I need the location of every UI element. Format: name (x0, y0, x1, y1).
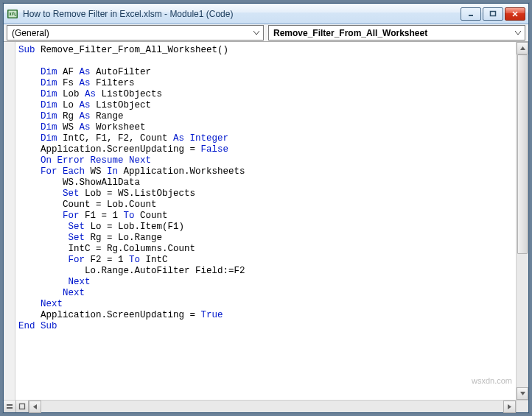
maximize-button[interactable] (483, 7, 503, 21)
scroll-corner (516, 401, 528, 412)
procedure-dropdown[interactable]: Remove_Filter_From_All_Worksheet (268, 25, 525, 40)
svg-rect-4 (7, 404, 13, 406)
scroll-right-button[interactable] (503, 401, 516, 413)
horizontal-scrollbar[interactable] (41, 401, 503, 412)
vba-editor-window: How to Remove Filter in Excel.xlsm - Mod… (3, 3, 529, 413)
margin-indicator-bar (4, 42, 15, 400)
object-dropdown-value: (General) (12, 28, 49, 38)
close-button[interactable] (505, 7, 525, 21)
bottom-bar (4, 400, 528, 412)
scroll-left-button[interactable] (29, 401, 41, 413)
scroll-thumb[interactable] (517, 54, 528, 254)
scroll-up-button[interactable] (517, 42, 528, 54)
chevron-down-icon (513, 27, 523, 38)
scroll-down-button[interactable] (517, 387, 528, 400)
vertical-scrollbar[interactable] (516, 42, 528, 400)
chevron-down-icon (251, 27, 262, 38)
procedure-dropdown-value: Remove_Filter_From_All_Worksheet (273, 28, 427, 38)
object-dropdown[interactable]: (General) (7, 25, 264, 40)
svg-rect-3 (491, 11, 496, 15)
object-procedure-bar: (General) Remove_Filter_From_All_Workshe… (4, 24, 528, 42)
procedure-view-button[interactable] (4, 401, 16, 412)
scroll-track[interactable] (517, 54, 528, 387)
code-text[interactable]: Sub Remove_Filter_From_All_Worksheet() D… (15, 42, 516, 400)
titlebar[interactable]: How to Remove Filter in Excel.xlsm - Mod… (4, 4, 528, 24)
svg-rect-5 (7, 407, 13, 409)
minimize-button[interactable] (461, 7, 481, 21)
svg-rect-6 (20, 404, 25, 409)
full-module-view-button[interactable] (16, 401, 29, 412)
window-title: How to Remove Filter in Excel.xlsm - Mod… (23, 9, 461, 19)
code-pane: Sub Remove_Filter_From_All_Worksheet() D… (4, 42, 528, 400)
window-controls (461, 7, 525, 21)
vba-app-icon (7, 8, 18, 20)
